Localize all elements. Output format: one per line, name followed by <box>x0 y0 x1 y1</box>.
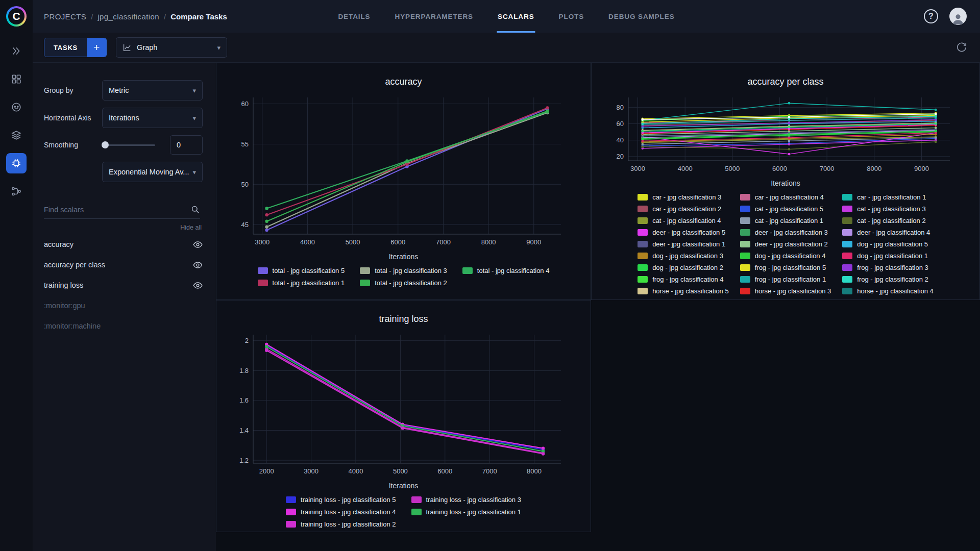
svg-text:8000: 8000 <box>481 238 496 246</box>
user-avatar[interactable] <box>949 8 967 25</box>
tab-plots[interactable]: PLOTS <box>559 0 584 33</box>
breadcrumb-projects[interactable]: PROJECTS <box>44 12 86 21</box>
legend-swatch <box>360 267 370 274</box>
legend-item[interactable]: horse - jpg classification 1 <box>638 299 729 300</box>
legend-item[interactable]: dog - jpg classification 2 <box>638 264 729 271</box>
legend-item[interactable]: car - jpg classification 4 <box>740 193 831 201</box>
smoothing-slider-handle[interactable] <box>102 141 109 148</box>
legend-item[interactable]: training loss - jpg classification 1 <box>411 508 521 516</box>
metric-row-accuracy[interactable]: accuracy <box>44 234 203 255</box>
legend-swatch <box>740 241 750 247</box>
legend-swatch <box>842 299 852 300</box>
legend-item[interactable]: horse - jpg classification 4 <box>842 287 934 295</box>
sidebar-icon-datasets[interactable] <box>6 97 27 117</box>
add-task-button[interactable]: + <box>87 38 106 57</box>
tab-hyperparameters[interactable]: HYPERPARAMETERS <box>395 0 473 33</box>
legend-item[interactable]: frog - jpg classification 5 <box>740 264 831 271</box>
legend-item[interactable]: training loss - jpg classification 2 <box>286 520 396 528</box>
legend-label: car - jpg classification 5 <box>857 299 926 300</box>
app-header: PROJECTS / jpg_classification / Compare … <box>33 0 980 33</box>
legend-item[interactable]: car - jpg classification 1 <box>842 193 934 201</box>
legend-item[interactable]: horse - jpg classification 2 <box>740 299 831 300</box>
legend-item[interactable]: total - jpg classification 4 <box>462 267 550 274</box>
legend-item[interactable]: cat - jpg classification 2 <box>842 217 934 224</box>
legend-item[interactable]: deer - jpg classification 3 <box>740 229 831 236</box>
legend-item[interactable]: horse - jpg classification 3 <box>740 287 831 295</box>
help-icon[interactable]: ? <box>924 9 938 23</box>
legend-label: training loss - jpg classification 2 <box>301 520 396 528</box>
legend-swatch <box>638 276 648 283</box>
sidebar-icon-projects[interactable] <box>6 69 27 89</box>
eye-icon[interactable] <box>193 281 203 290</box>
breadcrumb-separator: / <box>91 12 93 21</box>
tasks-button[interactable]: TASKS <box>44 38 87 57</box>
legend-item[interactable]: car - jpg classification 2 <box>638 205 729 213</box>
sidebar-icon-models[interactable] <box>6 125 27 145</box>
clearml-logo-icon[interactable] <box>6 6 27 27</box>
chart-plot-area[interactable]: 300040005000600070008000900020406080 <box>592 92 979 178</box>
legend-swatch <box>286 509 296 515</box>
legend-item[interactable]: deer - jpg classification 5 <box>638 229 729 236</box>
metric-row-training-loss[interactable]: training loss <box>44 275 203 295</box>
legend-item[interactable]: dog - jpg classification 1 <box>842 252 934 260</box>
tab-debug-samples[interactable]: DEBUG SAMPLES <box>608 0 674 33</box>
legend-item[interactable]: cat - jpg classification 1 <box>740 217 831 224</box>
legend-item[interactable]: frog - jpg classification 4 <box>638 276 729 283</box>
search-icon[interactable] <box>190 205 200 214</box>
chart-card-training-loss: training loss 20003000400050006000700080… <box>216 300 591 532</box>
legend-swatch <box>842 206 852 212</box>
smoothing-value-input[interactable] <box>170 135 203 155</box>
chart-x-axis-label: Iterations <box>216 482 591 490</box>
legend-item[interactable]: deer - jpg classification 4 <box>842 229 934 236</box>
tab-scalars[interactable]: SCALARS <box>498 0 534 33</box>
tab-details[interactable]: DETAILS <box>338 0 370 33</box>
breadcrumb-project-name[interactable]: jpg_classification <box>97 12 159 21</box>
eye-icon[interactable] <box>193 240 203 249</box>
sidebar-icon-dashboard[interactable] <box>6 41 27 61</box>
search-input[interactable] <box>44 206 190 214</box>
chart-plot-area[interactable]: 20003000400050006000700080001.21.41.61.8… <box>216 330 591 481</box>
metric-row-monitor-machine[interactable]: :monitor:machine <box>44 316 203 336</box>
legend-item[interactable]: dog - jpg classification 5 <box>842 240 934 248</box>
metric-row-accuracy-per-class[interactable]: accuracy per class <box>44 255 203 275</box>
horizontal-axis-select[interactable]: Iterations ▾ <box>102 108 203 128</box>
legend-item[interactable]: total - jpg classification 2 <box>360 279 447 287</box>
chart-x-axis-label: Iterations <box>216 253 591 261</box>
legend-item[interactable]: training loss - jpg classification 4 <box>286 508 396 516</box>
legend-item[interactable]: training loss - jpg classification 5 <box>286 496 396 504</box>
legend-item[interactable]: horse - jpg classification 5 <box>638 287 729 295</box>
eye-icon[interactable] <box>193 260 203 270</box>
smoothing-method-select[interactable]: Exponential Moving Av... ▾ <box>102 162 203 182</box>
legend-item[interactable]: cat - jpg classification 3 <box>842 205 934 213</box>
svg-text:1.2: 1.2 <box>239 457 249 464</box>
horizontal-axis-label: Horizontal Axis <box>44 114 102 122</box>
svg-text:8000: 8000 <box>527 467 542 475</box>
chart-plot-area[interactable]: 300040005000600070008000900045505560 <box>216 92 591 252</box>
legend-item[interactable]: car - jpg classification 3 <box>638 193 729 201</box>
legend-item[interactable]: dog - jpg classification 4 <box>740 252 831 260</box>
legend-item[interactable]: deer - jpg classification 2 <box>740 240 831 248</box>
view-type-select[interactable]: Graph ▾ <box>116 37 227 58</box>
legend-item[interactable]: frog - jpg classification 2 <box>842 276 934 283</box>
breadcrumb: PROJECTS / jpg_classification / Compare … <box>44 12 227 21</box>
legend-item[interactable]: deer - jpg classification 1 <box>638 240 729 248</box>
legend-item[interactable]: training loss - jpg classification 3 <box>411 496 521 504</box>
smoothing-slider[interactable] <box>102 144 155 146</box>
group-by-select[interactable]: Metric ▾ <box>102 80 203 101</box>
legend-item[interactable]: total - jpg classification 3 <box>360 267 447 274</box>
legend-item[interactable]: frog - jpg classification 1 <box>740 276 831 283</box>
sidebar-icon-pipelines[interactable] <box>6 181 27 202</box>
legend-swatch <box>638 241 648 247</box>
metric-row-monitor-gpu[interactable]: :monitor:gpu <box>44 295 203 316</box>
legend-item[interactable]: cat - jpg classification 5 <box>740 205 831 213</box>
legend-item[interactable]: frog - jpg classification 3 <box>842 264 934 271</box>
legend-item[interactable]: car - jpg classification 5 <box>842 299 934 300</box>
refresh-toggle-icon[interactable] <box>955 41 968 54</box>
legend-item[interactable]: cat - jpg classification 4 <box>638 217 729 224</box>
legend-label: car - jpg classification 3 <box>652 193 721 201</box>
legend-item[interactable]: total - jpg classification 1 <box>258 279 345 287</box>
legend-item[interactable]: dog - jpg classification 3 <box>638 252 729 260</box>
legend-item[interactable]: total - jpg classification 5 <box>258 267 345 274</box>
sidebar-icon-experiments[interactable] <box>6 153 27 173</box>
hide-all-link[interactable]: Hide all <box>44 224 202 231</box>
